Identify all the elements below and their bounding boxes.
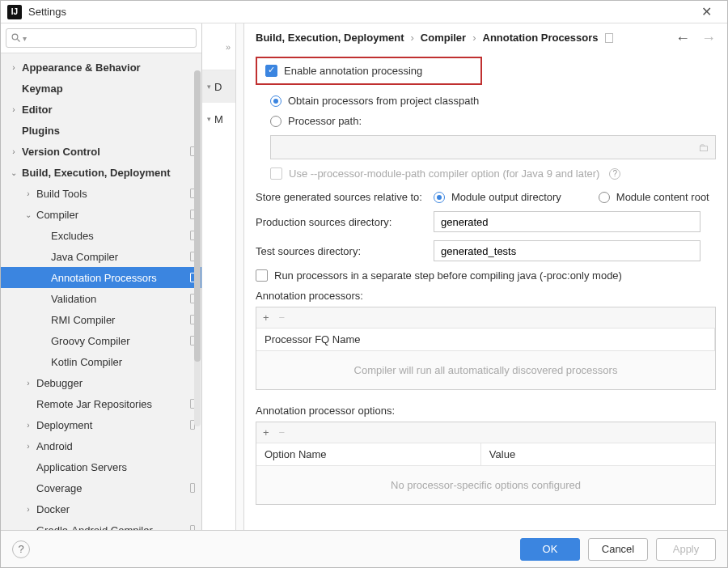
sidebar-item-android[interactable]: ›Android [1, 435, 201, 456]
sidebar-item-excludes[interactable]: Excludes [1, 225, 201, 246]
ok-button[interactable]: OK [520, 538, 580, 561]
apply-button[interactable]: Apply [656, 538, 716, 561]
production-dir-input[interactable] [434, 211, 700, 232]
sidebar-item-label: Coverage [36, 482, 187, 494]
options-section-label: Annotation processor options: [256, 405, 716, 417]
sidebar-item-compiler[interactable]: ⌄Compiler [1, 204, 201, 225]
sidebar-item-label: Docker [36, 503, 195, 515]
sidebar-item-validation[interactable]: Validation [1, 288, 201, 309]
sidebar-item-gradle-android-compiler[interactable]: Gradle-Android Compiler [1, 519, 201, 530]
profile-label: D [214, 81, 222, 93]
store-output-radio[interactable] [434, 192, 445, 203]
test-dir-label: Test sources directory: [256, 245, 434, 257]
processor-path-radio[interactable] [270, 116, 281, 127]
separate-step-label: Run processors in a separate step before… [274, 269, 622, 282]
chevron-right-icon[interactable]: › [23, 505, 33, 514]
chevron-right-icon: › [472, 32, 476, 44]
scope-icon [190, 525, 195, 530]
sidebar-item-editor[interactable]: ›Editor [1, 99, 201, 120]
add-processor-icon[interactable]: + [263, 312, 269, 324]
window-title: Settings [28, 6, 692, 18]
chevron-down-icon[interactable]: ⌄ [23, 210, 33, 219]
sidebar-item-remote-jar-repositories[interactable]: Remote Jar Repositories [1, 393, 201, 414]
sidebar-item-label: Deployment [36, 419, 187, 431]
sidebar-item-label: Build, Execution, Deployment [22, 167, 195, 179]
sidebar-scrollbar[interactable] [194, 70, 201, 426]
sidebar-item-application-servers[interactable]: Application Servers [1, 456, 201, 477]
add-option-icon[interactable]: + [263, 426, 269, 439]
close-icon[interactable]: ✕ [692, 4, 721, 19]
settings-main: Build, Execution, Deployment › Compiler … [244, 23, 727, 530]
sidebar-item-label: RMI Compiler [51, 314, 187, 326]
sidebar-item-groovy-compiler[interactable]: Groovy Compiler [1, 330, 201, 351]
sidebar-item-plugins[interactable]: Plugins [1, 120, 201, 141]
breadcrumb-part[interactable]: Build, Execution, Deployment [256, 32, 404, 44]
enable-annotation-highlight: Enable annotation processing [256, 57, 482, 85]
profiles-more-icon[interactable]: » [202, 23, 235, 70]
profiles-divider[interactable] [236, 23, 244, 530]
help-button[interactable]: ? [12, 540, 30, 558]
sidebar-item-label: Application Servers [36, 461, 195, 473]
store-content-root-radio[interactable] [599, 192, 610, 203]
chevron-down-icon[interactable]: ⌄ [9, 168, 19, 177]
sidebar-item-build-tools[interactable]: ›Build Tools [1, 183, 201, 204]
production-dir-label: Production sources directory: [256, 216, 434, 228]
enable-annotation-checkbox[interactable] [265, 65, 277, 77]
sidebar-item-annotation-processors[interactable]: Annotation Processors [1, 267, 201, 288]
breadcrumb-part[interactable]: Compiler [421, 32, 466, 44]
chevron-right-icon[interactable]: › [23, 421, 33, 430]
sidebar-item-rmi-compiler[interactable]: RMI Compiler [1, 309, 201, 330]
module-path-label: Use --processor-module-path compiler opt… [289, 167, 599, 180]
sidebar-item-label: Java Compiler [51, 251, 187, 263]
folder-icon[interactable]: 🗀 [698, 142, 709, 154]
breadcrumb-part[interactable]: Annotation Processors [483, 32, 599, 44]
sidebar-item-deployment[interactable]: ›Deployment [1, 414, 201, 435]
nav-forward-icon[interactable]: → [701, 32, 716, 44]
chevron-right-icon[interactable]: › [9, 105, 19, 114]
profile-row[interactable]: ▾M [202, 103, 235, 135]
sidebar-item-label: Gradle-Android Compiler [36, 524, 187, 531]
sidebar-item-label: Appearance & Behavior [22, 61, 195, 74]
sidebar-item-label: Build Tools [36, 188, 187, 200]
nav-back-icon[interactable]: ← [675, 32, 690, 44]
chevron-down-icon: ▾ [207, 83, 211, 91]
profile-label: M [214, 113, 223, 125]
remove-processor-icon: − [279, 312, 286, 324]
chevron-right-icon[interactable]: › [23, 442, 33, 451]
sidebar-item-label: Groovy Compiler [51, 335, 187, 347]
sidebar-item-appearance-behavior[interactable]: ›Appearance & Behavior [1, 57, 201, 78]
cancel-button[interactable]: Cancel [588, 538, 648, 561]
chevron-right-icon[interactable]: › [23, 379, 33, 388]
processor-path-field: 🗀 [270, 135, 716, 159]
breadcrumb: Build, Execution, Deployment › Compiler … [244, 23, 727, 52]
chevron-right-icon[interactable]: › [9, 147, 19, 156]
chevron-down-icon: ▾ [207, 115, 211, 123]
sidebar-item-build-execution-deployment[interactable]: ⌄Build, Execution, Deployment [1, 162, 201, 183]
enable-annotation-label: Enable annotation processing [284, 65, 422, 77]
search-input[interactable]: ▾ [6, 28, 197, 48]
store-sources-label: Store generated sources relative to: [256, 191, 422, 203]
titlebar: IJ Settings ✕ [1, 1, 727, 23]
sidebar-item-label: Editor [22, 104, 195, 116]
store-content-root-label: Module content root [616, 191, 709, 203]
chevron-right-icon[interactable]: › [23, 189, 33, 198]
sidebar-item-docker[interactable]: ›Docker [1, 498, 201, 519]
chevron-right-icon[interactable]: › [9, 63, 19, 72]
sidebar-item-kotlin-compiler[interactable]: Kotlin Compiler [1, 351, 201, 372]
separate-step-checkbox[interactable] [256, 269, 268, 282]
obtain-classpath-radio[interactable] [270, 95, 281, 107]
sidebar-item-label: Android [36, 440, 195, 452]
processor-path-label: Processor path: [288, 115, 362, 127]
help-icon[interactable]: ? [609, 168, 620, 180]
options-header-name: Option Name [256, 443, 481, 465]
sidebar-item-java-compiler[interactable]: Java Compiler [1, 246, 201, 267]
settings-tree[interactable]: ›Appearance & BehaviorKeymap›EditorPlugi… [1, 53, 201, 530]
sidebar-item-debugger[interactable]: ›Debugger [1, 372, 201, 393]
sidebar-item-version-control[interactable]: ›Version Control [1, 141, 201, 162]
sidebar-item-coverage[interactable]: Coverage [1, 477, 201, 498]
sidebar-item-keymap[interactable]: Keymap [1, 78, 201, 99]
dialog-footer: ? OK Cancel Apply [1, 530, 727, 567]
test-dir-input[interactable] [434, 240, 700, 261]
sidebar-item-label: Remote Jar Repositories [36, 398, 187, 410]
profile-row[interactable]: ▾D [202, 70, 235, 103]
